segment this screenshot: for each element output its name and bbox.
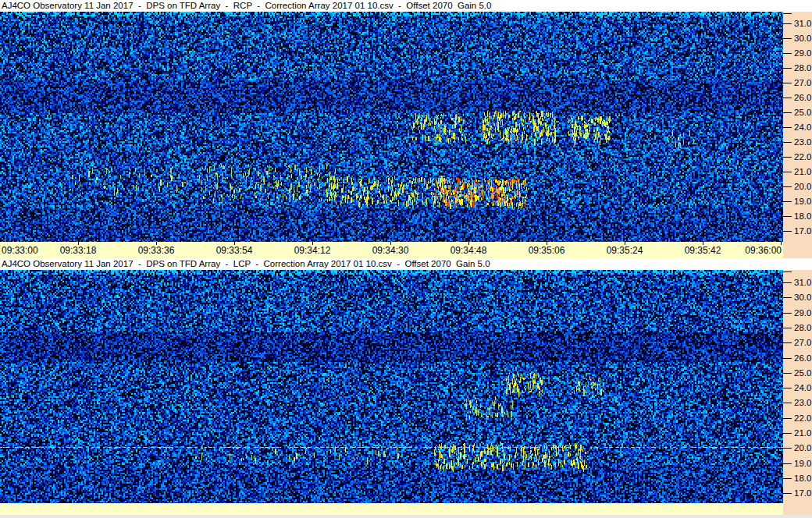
- time-tick-label: 09:34:30: [367, 245, 414, 256]
- freq-tick: [783, 157, 792, 158]
- freq-tick-label: 20.0: [794, 182, 811, 191]
- freq-tick: [783, 493, 792, 494]
- freq-tick-label: 21.0: [794, 167, 811, 176]
- spectrogram-rcp: [0, 12, 783, 242]
- freq-tick: [783, 216, 792, 217]
- freq-tick: [783, 112, 792, 113]
- time-tick-label: 09:35:24: [601, 245, 648, 256]
- freq-axis-end-tick: [783, 271, 792, 272]
- freq-tick-label: 26.0: [794, 93, 811, 102]
- freq-tick-label: 24.0: [794, 122, 811, 132]
- time-tick-label: 09:35:42: [679, 245, 726, 256]
- freq-tick-label: 26.0: [794, 353, 811, 363]
- freq-tick: [783, 433, 792, 434]
- freq-tick-label: 31.0: [794, 278, 811, 287]
- freq-tick-label: 23.0: [794, 398, 811, 407]
- time-tick-label: 09:36:00: [735, 245, 782, 256]
- freq-tick: [783, 463, 792, 464]
- freq-tick: [783, 53, 792, 54]
- freq-tick: [783, 201, 792, 202]
- spectrogram-lcp: [0, 270, 783, 503]
- freq-tick-label: 22.0: [794, 413, 811, 423]
- freq-tick: [783, 373, 792, 374]
- time-tick-label: 09:33:54: [211, 245, 258, 256]
- freq-tick-label: 23.0: [794, 137, 811, 147]
- freq-tick: [783, 297, 792, 298]
- freq-tick-label: 28.0: [794, 323, 811, 332]
- freq-tick-label: 27.0: [794, 78, 811, 87]
- freq-tick: [783, 23, 792, 24]
- time-tick-label: 09:33:36: [133, 245, 180, 256]
- freq-tick: [783, 98, 792, 98]
- panel-title-lcp: AJ4CO Observatory 11 Jan 2017 - DPS on T…: [0, 258, 812, 270]
- freq-tick-label: 19.0: [794, 459, 811, 468]
- freq-tick: [783, 68, 792, 69]
- freq-tick-label: 20.0: [794, 443, 811, 452]
- freq-tick: [783, 83, 792, 83]
- freq-tick: [783, 172, 792, 172]
- freq-tick-label: 27.0: [794, 338, 811, 347]
- freq-tick: [783, 231, 792, 232]
- freq-tick-label: 25.0: [794, 368, 811, 378]
- freq-axis-end-tick: [783, 13, 792, 14]
- freq-tick: [783, 142, 792, 143]
- panel-title-rcp: AJ4CO Observatory 11 Jan 2017 - DPS on T…: [0, 0, 812, 12]
- freq-axis-lcp: 31.030.029.028.027.026.025.024.023.022.0…: [783, 270, 812, 515]
- freq-tick: [783, 388, 792, 388]
- freq-tick: [783, 478, 792, 479]
- freq-tick-label: 29.0: [794, 308, 811, 318]
- freq-tick-label: 29.0: [794, 48, 811, 58]
- freq-tick-label: 30.0: [794, 34, 811, 43]
- freq-axis-rcp: 31.030.029.028.027.026.025.024.023.022.0…: [783, 12, 812, 258]
- freq-tick: [783, 282, 792, 283]
- freq-tick: [783, 127, 792, 128]
- freq-tick-label: 17.0: [794, 488, 811, 498]
- freq-tick-label: 28.0: [794, 63, 811, 73]
- bottom-time-axis-empty: [0, 503, 783, 515]
- freq-tick-label: 18.0: [794, 211, 811, 221]
- time-tick-label: 09:34:12: [289, 245, 336, 256]
- freq-tick: [783, 313, 792, 314]
- freq-tick: [783, 38, 792, 39]
- time-tick-label: 09:33:18: [55, 245, 102, 256]
- freq-tick: [783, 342, 792, 343]
- freq-tick: [783, 418, 792, 419]
- freq-tick-label: 19.0: [794, 197, 811, 206]
- freq-tick: [783, 358, 792, 359]
- freq-tick-label: 30.0: [794, 293, 811, 302]
- freq-tick: [783, 403, 792, 403]
- time-tick-label: 09:34:48: [445, 245, 492, 256]
- freq-tick-label: 22.0: [794, 152, 811, 161]
- freq-tick-label: 25.0: [794, 108, 811, 117]
- freq-tick-label: 24.0: [794, 383, 811, 392]
- time-tick-label: 09:33:00: [2, 245, 48, 256]
- freq-tick-label: 17.0: [794, 226, 811, 236]
- freq-tick: [783, 448, 792, 449]
- time-axis: 09:33:0009:33:1809:33:3609:33:5409:34:12…: [0, 242, 783, 258]
- freq-tick: [783, 186, 792, 187]
- freq-tick-label: 18.0: [794, 474, 811, 483]
- freq-tick: [783, 328, 792, 328]
- time-tick-label: 09:35:06: [523, 245, 570, 256]
- radio-spectrograph-window: AJ4CO Observatory 11 Jan 2017 - DPS on T…: [0, 0, 812, 518]
- freq-tick-label: 21.0: [794, 428, 811, 438]
- freq-tick-label: 31.0: [794, 19, 811, 28]
- window-bottom-edge: [0, 515, 812, 518]
